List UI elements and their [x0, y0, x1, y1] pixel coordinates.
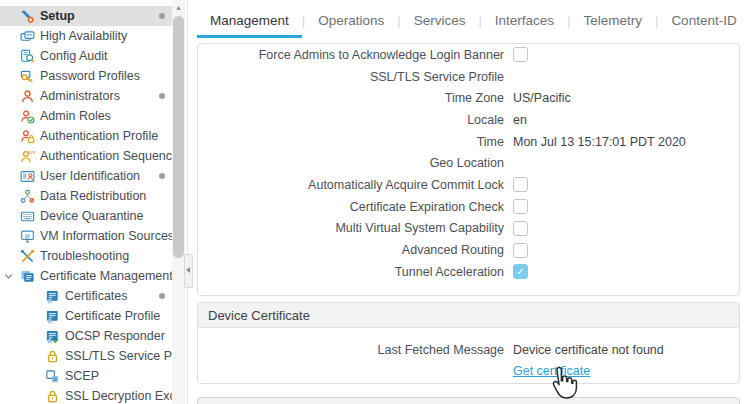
scrollbar-thumb[interactable]	[173, 16, 184, 258]
form-label: Locale	[198, 113, 504, 127]
sidebar-item-ssl-tls-service-profile[interactable]: SSL/TLS Service Profile	[0, 346, 172, 366]
sidebar-item-setup[interactable]: Setup	[0, 6, 172, 26]
chevron-down-icon[interactable]	[3, 271, 14, 282]
form-value: Mon Jul 13 15:17:01 PDT 2020	[513, 135, 686, 149]
last-fetched-message-value: Device certificate not found	[513, 343, 664, 357]
sidebar-item-label: Admin Roles	[40, 109, 111, 123]
admin-roles-icon	[20, 109, 35, 124]
sidebar-item-label: Device Quarantine	[40, 209, 144, 223]
checkbox-checked[interactable]: ✓	[513, 264, 528, 279]
sidebar-item-label: SSL/TLS Service Profile	[65, 349, 172, 363]
scroll-up-arrow-icon[interactable]: ▲	[172, 2, 185, 14]
sidebar-item-administrators[interactable]: Administrators	[0, 86, 172, 106]
form-label: SSL/TLS Service Profile	[198, 70, 504, 84]
sidebar: SetupHigh AvailabilityConfig AuditPasswo…	[0, 0, 186, 404]
sidebar-item-label: Troubleshooting	[40, 249, 129, 263]
sidebar-item-password-profiles[interactable]: Password Profiles	[0, 66, 172, 86]
ssl-decryption-exclusion-icon	[45, 389, 60, 404]
last-fetched-message-label: Last Fetched Message	[198, 343, 504, 357]
scep-icon	[45, 369, 60, 384]
sidebar-item-label: Certificate Profile	[65, 309, 160, 323]
authentication-profile-icon	[20, 129, 35, 144]
tab-interfaces[interactable]: Interfaces	[482, 0, 567, 38]
sidebar-item-high-availability[interactable]: High Availability	[0, 26, 172, 46]
sidebar-item-data-redistribution[interactable]: Data Redistribution	[0, 186, 172, 206]
sidebar-item-certificate-management[interactable]: Certificate Management	[0, 266, 172, 286]
ocsp-responder-icon	[45, 329, 60, 344]
sidebar-item-label: High Availability	[40, 29, 127, 43]
form-row: TimeMon Jul 13 15:17:01 PDT 2020	[198, 131, 739, 153]
form-row: Automatically Acquire Commit Lock	[198, 174, 739, 196]
sidebar-item-authentication-profile[interactable]: Authentication Profile	[0, 126, 172, 146]
last-fetched-message-row: Last Fetched Message Device certificate …	[198, 340, 739, 360]
checkbox-unchecked[interactable]	[513, 177, 528, 192]
sidebar-item-label: OCSP Responder	[65, 329, 165, 343]
data-redistribution-icon	[20, 189, 35, 204]
sidebar-item-ocsp-responder[interactable]: OCSP Responder	[0, 326, 172, 346]
sidebar-item-list: SetupHigh AvailabilityConfig AuditPasswo…	[0, 6, 186, 404]
sidebar-item-device-quarantine[interactable]: Device Quarantine	[0, 206, 172, 226]
form-row: Multi Virtual System Capability	[198, 218, 739, 240]
form-label: Geo Location	[198, 156, 504, 170]
sidebar-item-label: Setup	[40, 9, 75, 23]
item-status-dot	[159, 293, 165, 299]
sidebar-item-config-audit[interactable]: Config Audit	[0, 46, 172, 66]
config-audit-icon	[20, 49, 35, 64]
sidebar-item-scep[interactable]: SCEP	[0, 366, 172, 386]
tab-management[interactable]: Management	[197, 0, 302, 38]
svg-text:@: @	[24, 231, 30, 238]
sidebar-item-user-identification[interactable]: User Identification	[0, 166, 172, 186]
troubleshooting-icon	[20, 249, 35, 264]
device-certificate-header: Device Certificate	[198, 303, 739, 328]
form-row: SSL/TLS Service Profile	[198, 66, 739, 88]
management-form: Force Admins to Acknowledge Login Banner…	[198, 44, 739, 283]
authentication-sequence-icon: 123	[20, 149, 35, 164]
sidebar-collapse-button[interactable]	[184, 254, 193, 288]
sidebar-item-label: VM Information Sources	[40, 229, 172, 243]
certificate-management-icon	[20, 269, 35, 284]
sidebar-item-label: Certificates	[65, 289, 128, 303]
form-row: Geo Location	[198, 152, 739, 174]
form-value: US/Pacific	[513, 91, 571, 105]
certificate-profile-icon	[45, 309, 60, 324]
setup-icon	[20, 9, 35, 24]
item-status-dot	[159, 173, 165, 179]
get-certificate-link[interactable]: Get certificate	[513, 364, 590, 378]
sidebar-item-vm-information-sources[interactable]: @VM Information Sources	[0, 226, 172, 246]
next-section-header-partial	[197, 397, 740, 404]
sidebar-item-label: User Identification	[40, 169, 140, 183]
tab-telemetry[interactable]: Telemetry	[570, 0, 655, 38]
sidebar-item-troubleshooting[interactable]: Troubleshooting	[0, 246, 172, 266]
form-row: Localeen	[198, 109, 739, 131]
tab-content-id[interactable]: Content-ID	[658, 0, 746, 38]
tab-services[interactable]: Services	[401, 0, 479, 38]
form-label: Multi Virtual System Capability	[198, 221, 504, 235]
sidebar-item-label: Authentication Sequence	[40, 149, 172, 163]
checkbox-unchecked[interactable]	[513, 243, 528, 258]
device-setup-page: SetupHigh AvailabilityConfig AuditPasswo…	[0, 0, 746, 404]
form-label: Tunnel Acceleration	[198, 265, 504, 279]
sidebar-item-label: Administrators	[40, 89, 120, 103]
get-certificate-row: Get certificate	[198, 361, 739, 381]
sidebar-item-label: Authentication Profile	[40, 129, 158, 143]
main-content: Management|Operations|Services|Interface…	[188, 0, 746, 404]
checkbox-unchecked[interactable]	[513, 221, 528, 236]
item-status-dot	[159, 13, 165, 19]
sidebar-scrollbar[interactable]: ▲	[172, 0, 185, 404]
sidebar-item-admin-roles[interactable]: Admin Roles	[0, 106, 172, 126]
form-label: Automatically Acquire Commit Lock	[198, 178, 504, 192]
sidebar-item-label: Data Redistribution	[40, 189, 146, 203]
sidebar-item-certificates[interactable]: Certificates	[0, 286, 172, 306]
checkbox-unchecked[interactable]	[513, 47, 528, 62]
form-row: Advanced Routing	[198, 239, 739, 261]
form-label: Time	[198, 135, 504, 149]
checkbox-unchecked[interactable]	[513, 199, 528, 214]
tab-bar: Management|Operations|Services|Interface…	[197, 0, 746, 38]
sidebar-item-certificate-profile[interactable]: Certificate Profile	[0, 306, 172, 326]
tab-operations[interactable]: Operations	[305, 0, 397, 38]
sidebar-item-authentication-sequence[interactable]: 123Authentication Sequence	[0, 146, 172, 166]
certificates-icon	[45, 289, 60, 304]
vm-information-sources-icon: @	[20, 229, 35, 244]
form-label: Force Admins to Acknowledge Login Banner	[198, 48, 504, 62]
sidebar-item-ssl-decryption-exclusion[interactable]: SSL Decryption Exclusion	[0, 386, 172, 404]
